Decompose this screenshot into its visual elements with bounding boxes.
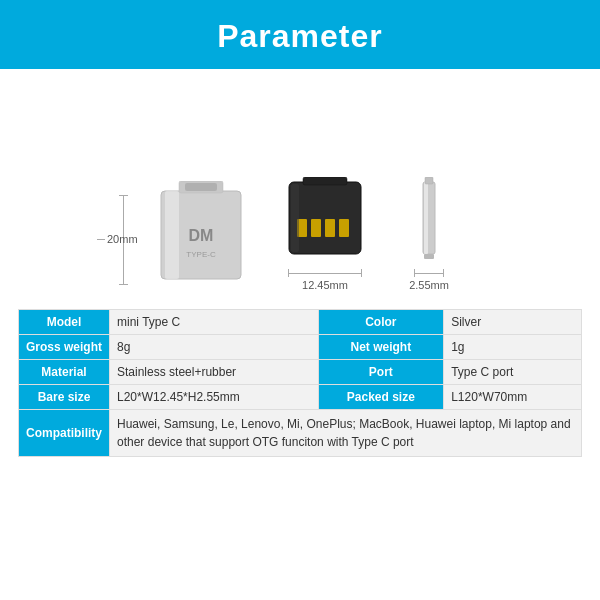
packed-size-label: Packed size (318, 385, 444, 410)
height-dim-label: 20mm (107, 233, 138, 245)
svg-rect-16 (424, 254, 434, 259)
model-value: mini Type C (110, 310, 318, 335)
gross-weight-value: 8g (110, 335, 318, 360)
net-weight-value: 1g (444, 335, 582, 360)
product-right: 2.55mm (409, 177, 449, 291)
model-label: Model (19, 310, 110, 335)
right-dim-label: 2.55mm (409, 279, 449, 291)
color-label: Color (318, 310, 444, 335)
spec-row-4: Bare size L20*W12.45*H2.55mm Packed size… (19, 385, 582, 410)
svg-text:TYPE-C: TYPE-C (186, 250, 216, 259)
svg-text:DM: DM (189, 227, 214, 244)
svg-rect-6 (289, 182, 361, 254)
product-right-svg (409, 177, 449, 267)
product-center: 12.45mm (281, 177, 369, 291)
svg-rect-11 (303, 177, 347, 185)
svg-rect-14 (424, 182, 428, 254)
color-value: Silver (444, 310, 582, 335)
product-image-area: 20mm DM TYPE-C (0, 69, 600, 299)
compat-label: Compatibility (19, 410, 110, 457)
svg-rect-1 (165, 191, 179, 279)
product-left: 20mm DM TYPE-C (151, 181, 251, 291)
port-value: Type C port (444, 360, 582, 385)
svg-rect-5 (185, 183, 217, 191)
spec-row-1: Model mini Type C Color Silver (19, 310, 582, 335)
page-title: Parameter (217, 18, 383, 54)
compat-value: Huawei, Samsung, Le, Lenovo, Mi, OnePlus… (110, 410, 582, 457)
svg-rect-8 (311, 219, 321, 237)
gross-weight-label: Gross weight (19, 335, 110, 360)
spec-row-2: Gross weight 8g Net weight 1g (19, 335, 582, 360)
svg-rect-15 (425, 177, 433, 184)
spec-row-compat: Compatibility Huawei, Samsung, Le, Lenov… (19, 410, 582, 457)
bare-size-value: L20*W12.45*H2.55mm (110, 385, 318, 410)
port-label: Port (318, 360, 444, 385)
center-dim-label: 12.45mm (302, 279, 348, 291)
material-value: Stainless steel+rubber (110, 360, 318, 385)
page-header: Parameter (0, 0, 600, 69)
bare-size-label: Bare size (19, 385, 110, 410)
packed-size-value: L120*W70mm (444, 385, 582, 410)
spec-row-3: Material Stainless steel+rubber Port Typ… (19, 360, 582, 385)
svg-rect-12 (291, 184, 299, 252)
material-label: Material (19, 360, 110, 385)
net-weight-label: Net weight (318, 335, 444, 360)
product-center-svg (281, 177, 369, 267)
specs-table: Model mini Type C Color Silver Gross wei… (18, 309, 582, 457)
product-left-svg: DM TYPE-C (151, 181, 251, 291)
svg-rect-10 (339, 219, 349, 237)
svg-rect-9 (325, 219, 335, 237)
